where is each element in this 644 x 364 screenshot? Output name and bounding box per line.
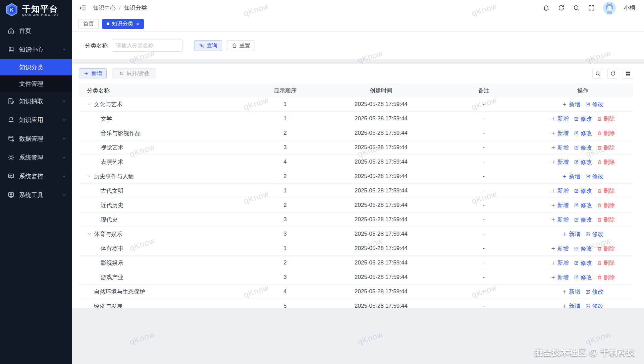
edit-icon (585, 289, 590, 294)
tab-knowledge-category[interactable]: 知识分类× (102, 19, 144, 29)
edit-link[interactable]: 修改 (574, 259, 592, 267)
reset-button[interactable]: 重置 (227, 40, 255, 51)
category-name-cell: 游戏产业 (79, 274, 243, 281)
edit-link-label: 修改 (581, 187, 592, 195)
table-row: 表演艺术42025-05-28 17:59:44-新增修改删除 (79, 155, 633, 169)
edit-link[interactable]: 修改 (574, 158, 592, 166)
category-name-cell: 音乐与影视作品 (79, 129, 243, 137)
breadcrumb-item[interactable]: 知识中心 (93, 4, 116, 12)
add-link[interactable]: 新增 (551, 144, 569, 151)
sidebar-item-system-monitor[interactable]: 系统监控 (0, 167, 72, 186)
add-link[interactable]: 新增 (562, 288, 580, 296)
edit-link[interactable]: 修改 (574, 216, 592, 224)
table-row: 音乐与影视作品22025-05-28 17:59:44-新增修改删除 (79, 126, 633, 140)
username[interactable]: 小桐 (624, 4, 635, 12)
delete-link[interactable]: 删除 (597, 115, 615, 123)
edit-link[interactable]: 修改 (585, 288, 603, 296)
edit-link[interactable]: 修改 (574, 245, 592, 252)
expand-collapse-button[interactable]: 展开/折叠 (112, 68, 156, 78)
trash-icon (597, 145, 602, 150)
delete-link[interactable]: 删除 (597, 259, 615, 267)
edit-link[interactable]: 修改 (574, 274, 592, 281)
edit-link[interactable]: 修改 (585, 230, 603, 238)
add-link[interactable]: 新增 (551, 201, 569, 209)
table-refresh-button[interactable] (607, 68, 618, 79)
edit-link[interactable]: 修改 (585, 101, 603, 108)
query-button[interactable]: 查询 (194, 40, 222, 51)
operations-cell: 新增修改删除 (532, 115, 633, 123)
tab-close-icon[interactable]: × (136, 21, 139, 26)
table-layout-button[interactable] (623, 68, 633, 79)
app-logo[interactable]: K 千知平台 QIAN ZHI PING TAI (0, 0, 72, 21)
delete-link[interactable]: 删除 (597, 129, 615, 137)
row-expand-icon[interactable] (87, 174, 92, 179)
fullscreen-icon[interactable] (588, 4, 595, 11)
edit-link[interactable]: 修改 (574, 129, 592, 137)
plus-icon (551, 260, 556, 265)
sidebar-item-home[interactable]: 首页 (0, 21, 72, 40)
add-link[interactable]: 新增 (551, 216, 569, 224)
logo-text: 千知平台 QIAN ZHI PING TAI (22, 4, 58, 16)
sidebar-item-knowledge-center[interactable]: 知识中心 (0, 40, 72, 59)
delete-link[interactable]: 删除 (597, 158, 615, 166)
sidebar-item-knowledge-app[interactable]: 知识应用 (0, 111, 72, 129)
edit-icon (574, 116, 579, 121)
add-link[interactable]: 新增 (551, 129, 569, 137)
refresh-icon[interactable] (558, 4, 565, 11)
database-icon (7, 135, 15, 142)
delete-link[interactable]: 删除 (597, 201, 615, 209)
add-link-label: 新增 (557, 158, 569, 166)
add-link[interactable]: 新增 (551, 259, 569, 267)
tab-home[interactable]: 首页 (78, 19, 99, 29)
edit-link[interactable]: 修改 (574, 115, 592, 123)
sidebar-collapse-icon[interactable] (79, 4, 86, 11)
add-link[interactable]: 新增 (562, 302, 580, 309)
table-search-button[interactable] (592, 68, 603, 79)
category-name-cell: 体育赛事 (79, 245, 243, 252)
category-name-input[interactable] (112, 40, 183, 52)
delete-link[interactable]: 删除 (597, 216, 615, 224)
add-link-label: 新增 (569, 230, 580, 238)
delete-link[interactable]: 删除 (597, 187, 615, 195)
add-link[interactable]: 新增 (562, 173, 580, 180)
add-link[interactable]: 新增 (551, 115, 569, 123)
row-expand-icon[interactable] (87, 102, 92, 107)
sidebar-item-knowledge-category[interactable]: 知识分类 (0, 59, 72, 75)
sidebar-item-knowledge-extract[interactable]: 知识抽取 (0, 92, 72, 111)
sidebar-item-system-tools[interactable]: 系统工具 (0, 186, 72, 204)
gear-icon (7, 154, 15, 161)
search-icon[interactable] (573, 4, 580, 11)
add-button[interactable]: 新增 (79, 68, 107, 78)
edit-link[interactable]: 修改 (574, 144, 592, 151)
edit-link[interactable]: 修改 (585, 173, 603, 180)
operations-cell: 新增修改删除 (532, 245, 633, 252)
edit-link[interactable]: 修改 (574, 201, 592, 209)
avatar[interactable] (603, 2, 616, 14)
add-link[interactable]: 新增 (551, 245, 569, 252)
add-link[interactable]: 新增 (551, 187, 569, 195)
delete-link[interactable]: 删除 (597, 144, 615, 151)
category-name-cell: 影视娱乐 (79, 259, 243, 267)
add-link[interactable]: 新增 (551, 274, 569, 281)
plus-icon (562, 232, 567, 237)
sidebar-item-file-management[interactable]: 文件管理 (0, 75, 72, 92)
edit-link[interactable]: 修改 (574, 187, 592, 195)
add-link[interactable]: 新增 (551, 158, 569, 166)
delete-link[interactable]: 删除 (597, 274, 615, 281)
delete-link[interactable]: 删除 (597, 245, 615, 252)
edit-link[interactable]: 修改 (585, 302, 603, 309)
delete-link-label: 删除 (604, 201, 615, 209)
category-name: 游戏产业 (101, 274, 123, 281)
operations-cell: 新增修改 (532, 173, 633, 180)
add-link[interactable]: 新增 (562, 230, 580, 238)
category-name: 音乐与影视作品 (101, 129, 141, 137)
edit-icon (574, 217, 579, 222)
table-row: 游戏产业32025-05-28 17:59:44-新增修改删除 (79, 270, 633, 285)
sidebar-item-data-management[interactable]: 数据管理 (0, 129, 72, 148)
sidebar-item-system-management[interactable]: 系统管理 (0, 148, 72, 167)
row-expand-icon[interactable] (87, 232, 92, 236)
add-link[interactable]: 新增 (562, 101, 580, 108)
reset-button-label: 重置 (239, 42, 250, 49)
notification-bell-icon[interactable] (543, 4, 550, 11)
active-tab-dot (107, 22, 109, 25)
